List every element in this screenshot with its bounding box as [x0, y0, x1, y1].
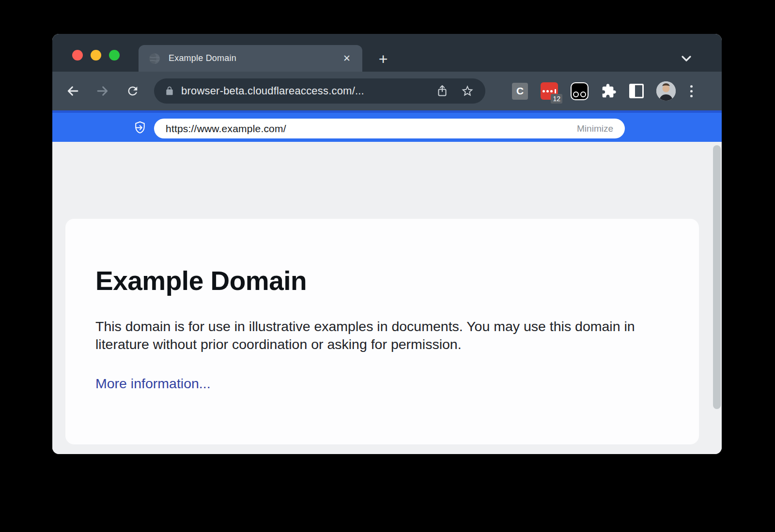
nav-buttons	[64, 83, 141, 99]
address-url: browser-beta.cloudflareaccess.com/...	[181, 85, 424, 97]
isolation-url-value: https://www.example.com/	[166, 123, 577, 135]
puzzle-icon	[601, 83, 617, 99]
kebab-menu-icon	[690, 85, 693, 88]
goggles-icon	[571, 82, 589, 100]
extension-c-button[interactable]: C	[512, 83, 528, 100]
back-icon	[65, 84, 80, 98]
isolation-url-input[interactable]: https://www.example.com/ Minimize	[154, 119, 625, 138]
side-panel-button[interactable]	[629, 84, 644, 98]
new-tab-button[interactable]: +	[374, 50, 392, 68]
minimize-button[interactable]: Minimize	[577, 123, 613, 134]
extensions-menu-button[interactable]	[601, 83, 617, 99]
password-manager-extension-button[interactable]: 12	[541, 82, 558, 100]
page-viewport: Example Domain This domain is for use in…	[52, 142, 722, 454]
c-extension-icon: C	[512, 83, 528, 100]
tab-strip: Example Domain ✕ +	[52, 34, 722, 72]
globe-icon	[148, 52, 161, 65]
page-heading: Example Domain	[95, 265, 670, 296]
zoom-window-button[interactable]	[109, 50, 120, 61]
browser-menu-button[interactable]	[688, 83, 695, 99]
content-card: Example Domain This domain is for use in…	[65, 219, 699, 444]
minimize-window-button[interactable]	[91, 50, 101, 61]
isolation-bar: https://www.example.com/ Minimize	[52, 110, 722, 142]
shield-arrow-icon	[133, 121, 147, 135]
traffic-lights	[72, 50, 120, 61]
reload-icon	[126, 84, 140, 98]
password-badge: 12	[551, 94, 562, 104]
address-bar[interactable]: browser-beta.cloudflareaccess.com/...	[154, 78, 485, 104]
share-button[interactable]	[436, 85, 449, 97]
dark-mode-extension-button[interactable]	[571, 82, 589, 100]
browser-window: Example Domain ✕ +	[52, 34, 722, 454]
chevron-down-icon[interactable]	[681, 55, 692, 64]
back-button[interactable]	[64, 83, 81, 99]
forward-icon	[95, 84, 110, 98]
share-icon	[436, 85, 448, 97]
tab-close-button[interactable]: ✕	[341, 52, 353, 65]
close-window-button[interactable]	[72, 50, 83, 61]
vertical-scrollbar-thumb[interactable]	[713, 145, 721, 409]
forward-button[interactable]	[94, 83, 111, 99]
extensions-row: C 12	[512, 81, 695, 101]
reload-button[interactable]	[124, 83, 141, 99]
page-paragraph: This domain is for use in illustrative e…	[95, 318, 657, 353]
tab-title: Example Domain	[169, 53, 335, 63]
browser-toolbar: browser-beta.cloudflareaccess.com/... C	[52, 72, 722, 110]
lock-icon	[165, 86, 174, 96]
profile-avatar[interactable]	[656, 81, 676, 101]
avatar-photo-icon	[656, 81, 676, 101]
side-panel-icon	[629, 84, 644, 98]
tab-example-domain[interactable]: Example Domain ✕	[139, 45, 362, 72]
star-icon	[461, 84, 474, 98]
bookmark-star-button[interactable]	[460, 84, 475, 98]
more-information-link[interactable]: More information...	[95, 376, 211, 392]
